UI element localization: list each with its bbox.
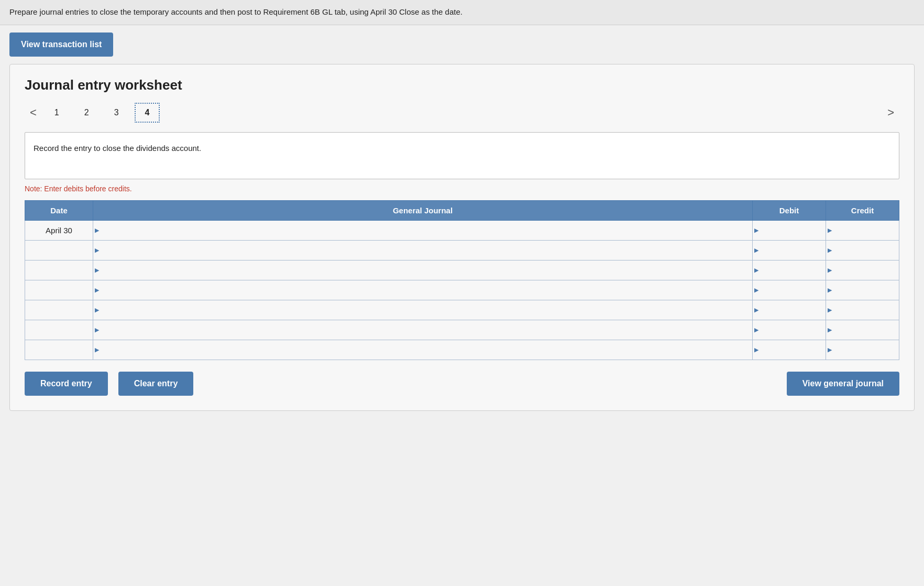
next-tab-button[interactable]: >: [882, 104, 899, 122]
journal-cell-6[interactable]: ▶: [93, 340, 753, 360]
credit-input-3[interactable]: [832, 283, 899, 297]
header-date: Date: [25, 200, 93, 220]
credit-cell-3[interactable]: ▶: [826, 280, 899, 300]
debit-cell-3[interactable]: ▶: [753, 280, 826, 300]
credit-input-1[interactable]: [832, 243, 899, 257]
table-row: ▶▶▶: [25, 340, 899, 360]
credit-input-4[interactable]: [832, 302, 899, 317]
tab-3[interactable]: 3: [105, 104, 128, 122]
note-text: Note: Enter debits before credits.: [25, 185, 899, 193]
table-row: ▶▶▶: [25, 320, 899, 340]
description-box: Record the entry to close the dividends …: [25, 132, 899, 179]
journal-input-6[interactable]: [99, 342, 752, 357]
credit-cell-4[interactable]: ▶: [826, 300, 899, 320]
date-cell-0: April 30: [25, 220, 93, 240]
debit-arrow-icon: ▶: [754, 307, 758, 313]
debit-cell-5[interactable]: ▶: [753, 320, 826, 340]
credit-cell-0[interactable]: ▶: [826, 220, 899, 240]
credit-cell-1[interactable]: ▶: [826, 240, 899, 260]
journal-input-2[interactable]: [99, 263, 752, 277]
instruction-bar: Prepare journal entries to close the tem…: [0, 0, 924, 25]
journal-input-0[interactable]: [99, 223, 752, 237]
credit-input-0[interactable]: [832, 223, 899, 237]
journal-cell-0[interactable]: ▶: [93, 220, 753, 240]
top-bar: View transaction list: [0, 25, 924, 64]
tab-2[interactable]: 2: [75, 104, 98, 122]
date-cell-2: [25, 260, 93, 280]
credit-cell-5[interactable]: ▶: [826, 320, 899, 340]
credit-arrow-icon: ▶: [828, 346, 832, 353]
date-cell-6: [25, 340, 93, 360]
credit-arrow-icon: ▶: [828, 327, 832, 333]
debit-cell-1[interactable]: ▶: [753, 240, 826, 260]
credit-input-2[interactable]: [832, 263, 899, 277]
record-entry-button[interactable]: Record entry: [25, 372, 108, 396]
credit-arrow-icon: ▶: [828, 267, 832, 274]
table-row: ▶▶▶: [25, 280, 899, 300]
debit-cell-4[interactable]: ▶: [753, 300, 826, 320]
debit-input-0[interactable]: [758, 223, 826, 237]
arrow-icon: ▶: [95, 346, 99, 353]
journal-cell-4[interactable]: ▶: [93, 300, 753, 320]
debit-arrow-icon: ▶: [754, 247, 758, 254]
card-title: Journal entry worksheet: [25, 77, 899, 93]
buttons-row: Record entry Clear entry View general jo…: [25, 372, 899, 396]
header-debit: Debit: [753, 200, 826, 220]
debit-input-5[interactable]: [758, 322, 826, 337]
header-credit: Credit: [826, 200, 899, 220]
credit-cell-6[interactable]: ▶: [826, 340, 899, 360]
journal-table: Date General Journal Debit Credit April …: [25, 200, 899, 360]
journal-input-4[interactable]: [99, 302, 752, 317]
journal-input-5[interactable]: [99, 322, 752, 337]
debit-cell-2[interactable]: ▶: [753, 260, 826, 280]
prev-tab-button[interactable]: <: [25, 104, 42, 122]
journal-cell-1[interactable]: ▶: [93, 240, 753, 260]
debit-arrow-icon: ▶: [754, 287, 758, 294]
credit-input-6[interactable]: [832, 342, 899, 357]
journal-cell-5[interactable]: ▶: [93, 320, 753, 340]
view-transaction-button[interactable]: View transaction list: [9, 32, 113, 57]
journal-input-1[interactable]: [99, 243, 752, 257]
debit-input-4[interactable]: [758, 302, 826, 317]
date-cell-1: [25, 240, 93, 260]
date-cell-3: [25, 280, 93, 300]
view-general-journal-button[interactable]: View general journal: [787, 372, 899, 396]
credit-arrow-icon: ▶: [828, 227, 832, 234]
tab-1[interactable]: 1: [45, 104, 69, 122]
tabs-row: < 1 2 3 4 >: [25, 103, 899, 123]
debit-arrow-icon: ▶: [754, 267, 758, 274]
credit-cell-2[interactable]: ▶: [826, 260, 899, 280]
journal-cell-2[interactable]: ▶: [93, 260, 753, 280]
table-row: April 30▶▶▶: [25, 220, 899, 240]
arrow-icon: ▶: [95, 227, 99, 234]
credit-input-5[interactable]: [832, 322, 899, 337]
credit-arrow-icon: ▶: [828, 247, 832, 254]
instruction-text: Prepare journal entries to close the tem…: [9, 7, 463, 16]
debit-arrow-icon: ▶: [754, 227, 758, 234]
arrow-icon: ▶: [95, 247, 99, 254]
tab-4[interactable]: 4: [135, 103, 160, 123]
debit-input-2[interactable]: [758, 263, 826, 277]
main-card: Journal entry worksheet < 1 2 3 4 > Reco…: [9, 64, 915, 411]
debit-input-3[interactable]: [758, 283, 826, 297]
description-text: Record the entry to close the dividends …: [34, 144, 201, 153]
debit-input-6[interactable]: [758, 342, 826, 357]
arrow-icon: ▶: [95, 307, 99, 313]
debit-cell-6[interactable]: ▶: [753, 340, 826, 360]
debit-cell-0[interactable]: ▶: [753, 220, 826, 240]
header-general-journal: General Journal: [93, 200, 753, 220]
debit-input-1[interactable]: [758, 243, 826, 257]
table-row: ▶▶▶: [25, 240, 899, 260]
debit-arrow-icon: ▶: [754, 346, 758, 353]
clear-entry-button[interactable]: Clear entry: [118, 372, 194, 396]
journal-cell-3[interactable]: ▶: [93, 280, 753, 300]
arrow-icon: ▶: [95, 267, 99, 274]
date-cell-5: [25, 320, 93, 340]
arrow-icon: ▶: [95, 327, 99, 333]
table-row: ▶▶▶: [25, 300, 899, 320]
debit-arrow-icon: ▶: [754, 327, 758, 333]
credit-arrow-icon: ▶: [828, 287, 832, 294]
credit-arrow-icon: ▶: [828, 307, 832, 313]
journal-input-3[interactable]: [99, 283, 752, 297]
table-row: ▶▶▶: [25, 260, 899, 280]
